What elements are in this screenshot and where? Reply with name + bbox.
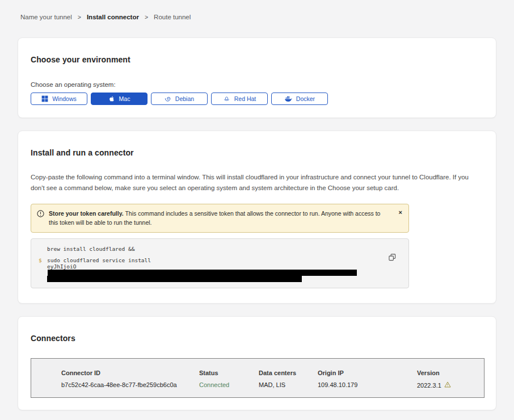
os-button-windows[interactable]: Windows [31,93,87,105]
environment-card-title: Choose your environment [31,55,483,64]
code-line-sudo: sudo cloudflared service install [47,257,374,263]
code-line-brew: brew install cloudflared && [47,246,374,252]
os-button-label: Mac [119,95,130,102]
install-connector-card: Install and run a connector Copy-paste t… [18,131,496,304]
debian-icon [165,95,171,102]
connectors-table-row: b7c52c42-6caa-48ee-8c77-fbe259cb6c0a Con… [61,381,484,389]
close-icon[interactable]: × [399,209,402,216]
header-data-centers: Data centers [259,369,318,376]
os-button-label: Debian [175,95,194,102]
connectors-table-header-row: Connector ID Status Data centers Origin … [61,369,484,376]
windows-icon [41,95,48,102]
os-select-label: Choose an operating system: [31,81,483,88]
docker-icon [284,95,292,102]
page: Name your tunnel > Install connector > R… [0,0,514,420]
warning-triangle-icon [444,381,451,389]
breadcrumb-step-name-tunnel[interactable]: Name your tunnel [20,14,72,20]
breadcrumb-step-install-connector[interactable]: Install connector [87,14,139,20]
os-button-mac[interactable]: Mac [91,93,148,105]
os-button-docker[interactable]: Docker [271,93,328,105]
environment-card: Choose your environment Choose an operat… [18,37,496,118]
cell-connector-id: b7c52c42-6caa-48ee-8c77-fbe259cb6c0a [61,381,199,389]
breadcrumb-step-route-tunnel[interactable]: Route tunnel [154,14,191,20]
header-status: Status [199,369,259,376]
header-connector-id: Connector ID [61,369,199,376]
cell-data-centers: MAD, LIS [259,381,318,389]
connectors-card: Connectors Connector ID Status Data cent… [18,316,496,410]
copy-icon[interactable] [389,254,396,262]
header-origin-ip: Origin IP [318,369,417,376]
os-button-label: Windows [52,95,77,102]
code-line-token: eyJhIjoiO [47,263,374,276]
info-circle-icon [37,210,44,220]
breadcrumb: Name your tunnel > Install connector > R… [20,14,496,20]
os-button-redhat[interactable]: Red Hat [211,93,268,105]
redhat-icon [223,95,230,102]
apple-icon [108,95,115,102]
cell-status: Connected [199,381,259,389]
shell-prompt: $ [39,257,42,263]
cell-version: 2022.3.1 [417,381,479,389]
connectors-table: Connector ID Status Data centers Origin … [31,358,484,398]
warning-title: Store your token carefully. [49,210,124,217]
os-button-label: Docker [296,95,315,102]
redacted-token-bar [48,270,357,276]
breadcrumb-separator: > [78,14,81,20]
os-button-group: Windows Mac Debian Red Hat [31,93,483,105]
install-description: Copy-paste the following command into a … [31,172,482,194]
token-warning-banner: Store your token carefully. This command… [31,204,409,233]
redacted-token-bar-2 [47,276,302,282]
os-button-debian[interactable]: Debian [151,93,208,105]
breadcrumb-separator: > [145,14,148,20]
install-card-title: Install and run a connector [31,148,483,157]
header-version: Version [417,369,479,376]
os-button-label: Red Hat [234,95,256,102]
cell-origin-ip: 109.48.10.179 [318,381,417,389]
install-command-code-block: brew install cloudflared && $ sudo cloud… [31,238,409,288]
connectors-card-title: Connectors [31,334,483,343]
